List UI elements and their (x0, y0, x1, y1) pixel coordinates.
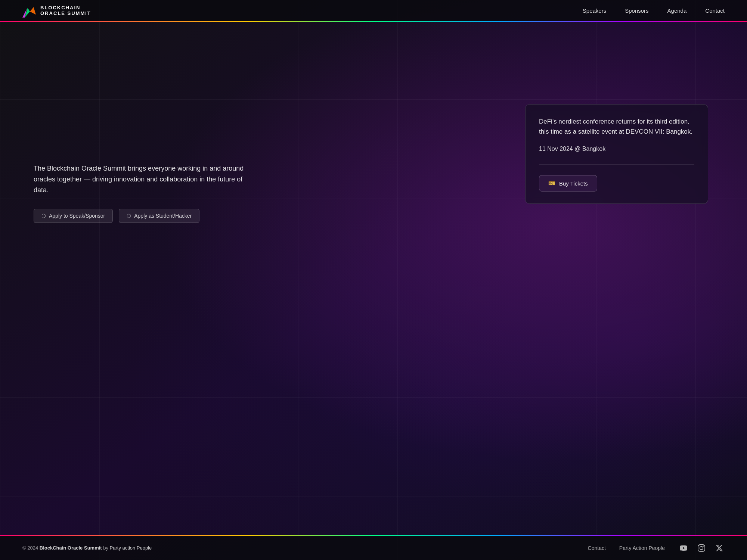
footer-party-action: Party Action People (619, 545, 665, 551)
x-twitter-icon[interactable] (714, 543, 725, 553)
footer-by: by (103, 545, 109, 551)
card-date: 11 Nov 2024 @ Bangkok (539, 146, 694, 152)
apply-student-label: Apply as Student/Hacker (134, 213, 192, 219)
info-card: DeFi's nerdiest conference returns for i… (525, 104, 708, 204)
buy-tickets-button[interactable]: 🎫 Buy Tickets (539, 175, 597, 192)
hero-buttons: ⬡ Apply to Speak/Sponsor ⬡ Apply as Stud… (34, 209, 250, 223)
card-description: DeFi's nerdiest conference returns for i… (539, 116, 694, 137)
hero-left-block: The Blockchain Oracle Summit brings ever… (34, 163, 250, 223)
buy-tickets-label: Buy Tickets (559, 180, 588, 187)
footer: © 2024 BlockChain Oracle Summit by Party… (0, 536, 747, 560)
logo-line2: ORACLE SUMMIT (40, 11, 91, 16)
svg-marker-3 (30, 7, 36, 15)
header: BLOCKCHAIN ORACLE SUMMIT Speakers Sponso… (0, 0, 747, 21)
logo-text: BLOCKCHAIN ORACLE SUMMIT (40, 5, 91, 16)
instagram-icon[interactable] (696, 543, 707, 553)
nav-sponsors[interactable]: Sponsors (625, 7, 648, 14)
footer-site-name: BlockChain Oracle Summit (40, 545, 102, 551)
apply-speak-icon: ⬡ (41, 213, 46, 219)
footer-copyright: © 2024 BlockChain Oracle Summit by Party… (22, 545, 152, 551)
youtube-icon[interactable] (678, 543, 689, 553)
top-rainbow-line (0, 21, 747, 22)
copyright-year: © 2024 (22, 545, 38, 551)
footer-creator-link[interactable]: Party action People (110, 545, 152, 551)
footer-social-links (678, 543, 725, 553)
buy-tickets-icon: 🎫 (548, 180, 555, 187)
nav-speakers[interactable]: Speakers (583, 7, 606, 14)
logo-icon (22, 4, 36, 18)
main-nav: Speakers Sponsors Agenda Contact (583, 7, 725, 14)
apply-speak-label: Apply to Speak/Sponsor (49, 213, 105, 219)
nav-agenda[interactable]: Agenda (667, 7, 687, 14)
nav-contact[interactable]: Contact (705, 7, 725, 14)
apply-speak-button[interactable]: ⬡ Apply to Speak/Sponsor (34, 209, 113, 223)
hero-description: The Blockchain Oracle Summit brings ever… (34, 163, 250, 195)
footer-right: Contact Party Action People (588, 543, 725, 553)
main-content: The Blockchain Oracle Summit brings ever… (0, 21, 747, 536)
logo[interactable]: BLOCKCHAIN ORACLE SUMMIT (22, 4, 91, 18)
apply-student-button[interactable]: ⬡ Apply as Student/Hacker (119, 209, 199, 223)
apply-student-icon: ⬡ (127, 213, 131, 219)
card-divider (539, 164, 694, 165)
logo-line1: BLOCKCHAIN (40, 5, 91, 10)
footer-contact-link[interactable]: Contact (588, 545, 606, 551)
